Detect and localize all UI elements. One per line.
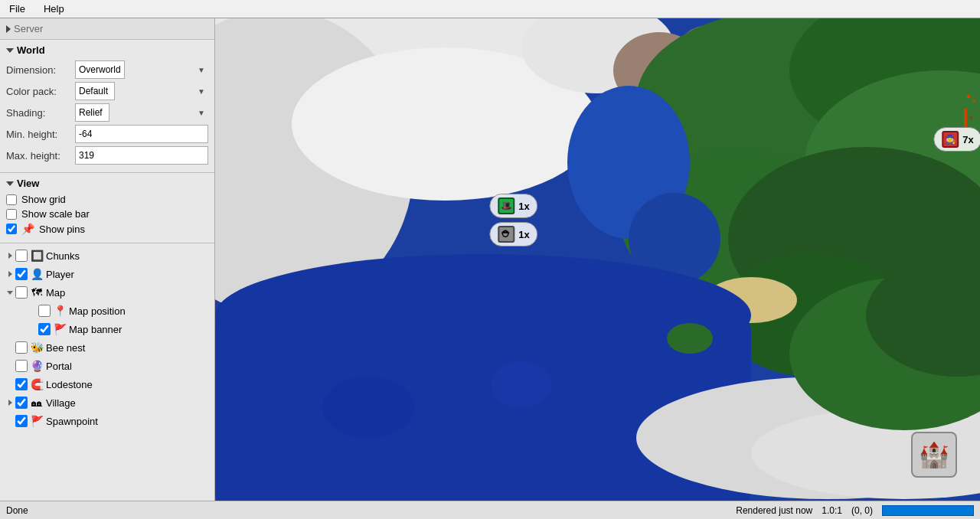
village-icon: 🏘 [30,396,44,410]
view-section: View Show grid Show scale bar 📌 Show pin… [0,173,214,243]
layer-check-map[interactable] [15,286,28,299]
player-bubble-2[interactable]: ⛑ 1x [489,222,537,246]
show-pins-row[interactable]: 📌 Show pins [6,223,208,235]
layer-expand-map-banner [28,324,38,335]
lodestone-icon: 🧲 [30,377,44,391]
layer-expand-portal [5,361,15,371]
dimension-arrow-icon: ▼ [198,66,205,74]
layer-check-village[interactable] [15,397,28,409]
pin-icon: 📌 [21,223,34,235]
layer-row-bee-nest[interactable]: 🐝 Bee nest [0,338,214,357]
colorpack-label: Color pack: [6,86,75,97]
dimension-label: Dimension: [6,64,75,76]
show-scale-bar-checkbox[interactable] [6,209,17,220]
file-menu[interactable]: File [3,2,31,16]
layer-row-map-banner[interactable]: 🚩 Map banner [0,320,214,338]
player-icon: 👤 [30,267,44,281]
progress-bar [882,505,974,516]
layer-check-map-position[interactable] [38,305,51,317]
layer-expand-village[interactable] [5,397,15,408]
show-pins-checkbox[interactable] [6,224,17,234]
layer-expand-spawnpoint [5,416,15,426]
server-label: Server [14,23,43,34]
shading-select-wrapper: Relief Flat Height ▼ [75,103,208,122]
colorpack-select[interactable]: Default Vanilla Custom [75,82,115,100]
layer-row-village[interactable]: 🏘 Village [0,393,214,412]
layer-row-portal[interactable]: 🔮 Portal [0,357,214,375]
dimension-row: Dimension: Overworld Nether The End ▼ [6,60,208,79]
menubar: File Help [0,0,980,18]
shading-label: Shading: [6,107,75,119]
map-background [215,18,980,501]
layer-row-chunks[interactable]: 🔲 Chunks [0,246,214,265]
layer-row-lodestone[interactable]: 🧲 Lodestone [0,375,214,393]
tower-widget[interactable]: 🏰 [911,432,957,478]
dimension-select[interactable]: Overworld Nether The End [75,60,125,79]
layer-check-bee-nest[interactable] [15,341,28,354]
main-layout: Server World Dimension: Overworld Nether… [0,18,980,501]
map-position-icon: 📍 [53,304,67,318]
layer-check-map-banner[interactable] [38,323,51,335]
show-scale-bar-label: Show scale bar [21,208,90,220]
dimension-select-wrapper: Overworld Nether The End ▼ [75,60,208,79]
server-expand-icon[interactable] [6,25,11,33]
minheight-value: -64 [75,125,208,143]
server-section: Server [0,18,214,40]
layer-label-map: Map [46,287,65,299]
layer-row-map-position[interactable]: 📍 Map position [0,302,214,320]
layer-row-map[interactable]: 🗺 Map [0,283,214,302]
colorpack-arrow-icon: ▼ [198,87,205,96]
show-grid-row[interactable]: Show grid [6,194,208,205]
rendered-label: Rendered just now [736,505,812,516]
colorpack-select-wrapper: Default Vanilla Custom ▼ [75,82,208,100]
player-bubble-3[interactable]: 🧙 7x [933,127,980,152]
layer-expand-bee-nest [5,342,15,353]
shading-select[interactable]: Relief Flat Height [75,103,109,122]
bee-nest-icon: 🐝 [30,341,44,354]
help-menu[interactable]: Help [38,2,70,16]
show-grid-label: Show grid [21,194,66,205]
layer-check-chunks[interactable] [15,250,28,262]
layer-check-portal[interactable] [15,360,28,372]
shading-arrow-icon: ▼ [198,109,205,117]
player-count-2: 1x [518,229,529,240]
layer-row-spawnpoint[interactable]: 🚩 Spawnpoint [0,412,214,430]
tower-icon: 🏰 [919,440,949,469]
world-section: World Dimension: Overworld Nether The En… [0,40,214,173]
layer-expand-map[interactable] [5,287,15,298]
minheight-label: Min. height: [6,129,75,140]
layer-label-portal: Portal [46,361,72,372]
world-header[interactable]: World [6,44,208,56]
layer-expand-player[interactable] [5,269,15,279]
minheight-row: Min. height: -64 [6,125,208,143]
show-scale-bar-row[interactable]: Show scale bar [6,208,208,220]
layer-expand-chunks[interactable] [5,250,15,261]
layer-label-chunks: Chunks [46,250,80,262]
layer-check-lodestone[interactable] [15,378,28,390]
coords-label: (0, 0) [851,505,873,516]
layer-row-player[interactable]: 👤 Player [0,265,214,283]
colorpack-row: Color pack: Default Vanilla Custom ▼ [6,82,208,100]
layer-check-player[interactable] [15,268,28,280]
layer-label-map-banner: Map banner [69,324,122,335]
view-expand-icon [6,181,14,186]
done-label: Done [6,505,28,516]
view-header[interactable]: View [6,178,208,189]
player-bubble-1[interactable]: 🎩 1x [489,194,537,218]
map-area[interactable]: 🎩 1x ⛑ 1x 🧙 7x 🏰 [215,18,980,501]
spawnpoint-icon: 🚩 [30,414,44,428]
show-grid-checkbox[interactable] [6,194,17,205]
map-icon: 🗺 [30,286,44,299]
layer-expand-map-position [28,305,38,316]
statusbar: Done Rendered just now 1.0:1 (0, 0) [0,501,980,519]
maxheight-value: 319 [75,146,208,165]
layer-label-player: Player [46,269,74,280]
svg-point-29 [322,377,414,438]
shading-row: Shading: Relief Flat Height ▼ [6,103,208,122]
layer-label-bee-nest: Bee nest [46,342,85,354]
layer-label-map-position: Map position [69,305,126,317]
layer-check-spawnpoint[interactable] [15,415,28,427]
svg-rect-27 [970,116,972,119]
svg-point-23 [667,323,713,354]
maxheight-row: Max. height: 319 [6,146,208,165]
